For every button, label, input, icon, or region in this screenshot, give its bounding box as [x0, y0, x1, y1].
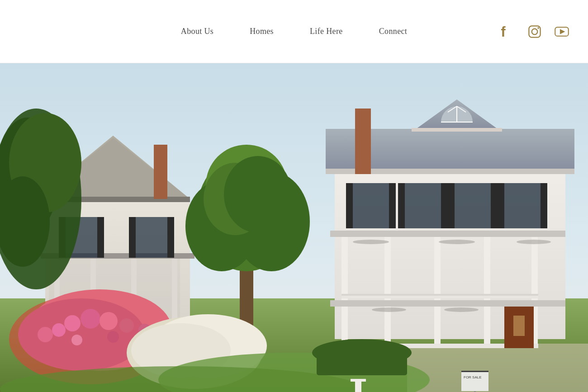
svg-point-92	[107, 331, 119, 343]
svg-rect-76	[513, 316, 525, 336]
svg-rect-47	[484, 237, 490, 300]
svg-rect-58	[353, 183, 389, 228]
svg-rect-60	[389, 183, 396, 228]
svg-rect-69	[541, 183, 547, 228]
svg-point-88	[119, 318, 134, 333]
svg-marker-5	[560, 29, 565, 34]
svg-rect-41	[412, 128, 502, 132]
instagram-icon[interactable]	[526, 24, 543, 40]
svg-point-70	[353, 240, 389, 244]
svg-rect-46	[434, 237, 441, 300]
svg-text:f: f	[501, 24, 506, 39]
svg-point-100	[312, 339, 412, 366]
svg-rect-68	[498, 183, 504, 228]
hero-section: FOR SALE	[0, 63, 588, 392]
svg-point-89	[52, 323, 66, 337]
hero-scene: FOR SALE	[0, 63, 588, 392]
svg-rect-59	[346, 183, 353, 228]
hero-image: FOR SALE	[0, 63, 588, 392]
nav-about-us[interactable]: About Us	[181, 27, 213, 36]
svg-rect-22	[97, 217, 104, 258]
svg-rect-25	[154, 145, 167, 199]
svg-rect-77	[355, 109, 371, 174]
svg-rect-105	[355, 380, 361, 392]
svg-point-74	[444, 307, 479, 312]
svg-rect-20	[136, 217, 167, 258]
svg-rect-55	[484, 307, 490, 348]
svg-rect-103	[461, 371, 488, 372]
nav-homes[interactable]: Homes	[250, 27, 274, 36]
svg-point-91	[71, 335, 82, 345]
svg-point-93	[38, 327, 53, 342]
youtube-icon[interactable]	[554, 24, 570, 40]
svg-point-3	[537, 27, 539, 29]
svg-rect-48	[531, 237, 538, 300]
svg-point-87	[100, 312, 118, 330]
svg-point-85	[64, 315, 81, 331]
svg-rect-24	[167, 217, 174, 258]
facebook-icon[interactable]: f	[499, 24, 516, 40]
svg-point-73	[372, 307, 406, 312]
svg-rect-54	[434, 307, 441, 348]
svg-point-71	[439, 240, 475, 244]
svg-point-84	[18, 298, 145, 371]
main-nav: About Us Homes Life Here Connect	[181, 27, 407, 36]
svg-rect-45	[384, 237, 391, 300]
svg-rect-66	[491, 183, 498, 228]
svg-rect-50	[341, 294, 538, 296]
svg-rect-67	[504, 183, 541, 228]
svg-rect-43	[330, 231, 565, 237]
svg-rect-62	[398, 183, 405, 228]
nav-life-here[interactable]: Life Here	[310, 27, 343, 36]
nav-connect[interactable]: Connect	[379, 27, 408, 36]
social-icons-group: f	[499, 24, 570, 40]
svg-point-33	[224, 156, 292, 233]
site-header: About Us Homes Life Here Connect f	[0, 0, 588, 63]
svg-rect-101	[461, 371, 488, 391]
svg-text:FOR SALE: FOR SALE	[464, 375, 482, 379]
svg-point-86	[81, 309, 100, 329]
svg-point-72	[517, 240, 551, 244]
svg-rect-61	[405, 183, 441, 228]
svg-rect-64	[455, 183, 491, 228]
svg-rect-51	[330, 300, 565, 307]
svg-rect-63	[441, 183, 448, 228]
svg-rect-44	[341, 237, 348, 300]
svg-rect-65	[448, 183, 455, 228]
svg-point-2	[532, 28, 538, 34]
svg-rect-106	[351, 379, 366, 382]
svg-rect-23	[129, 217, 136, 258]
svg-rect-8	[407, 344, 588, 392]
